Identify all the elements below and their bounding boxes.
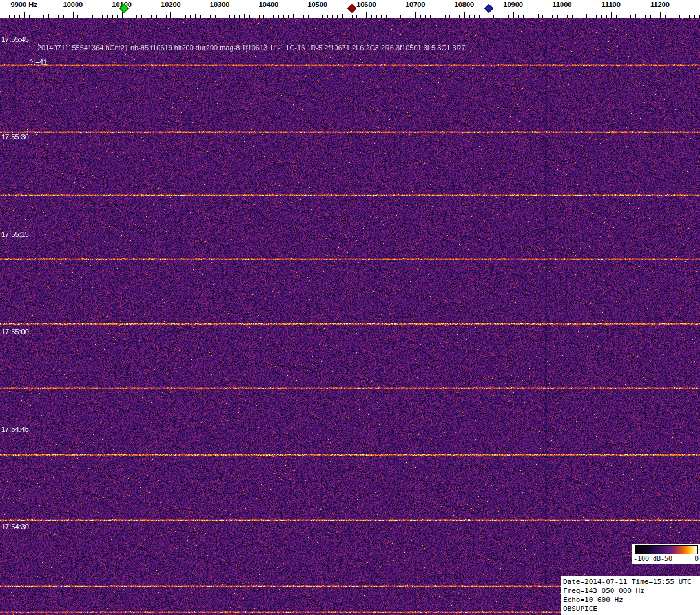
freq-tick xyxy=(582,15,582,18)
db-label-min: -100 dB xyxy=(633,555,661,562)
freq-tick xyxy=(283,15,284,18)
freq-tick xyxy=(508,15,509,18)
freq-label: 10300 xyxy=(210,1,230,8)
freq-label: 10500 xyxy=(307,1,327,8)
time-label: 17:54:30 xyxy=(1,523,29,530)
marker-diamond-blue[interactable] xyxy=(484,4,493,13)
freq-tick xyxy=(102,15,103,18)
freq-tick xyxy=(415,12,416,18)
freq-tick xyxy=(293,14,294,18)
db-gradient-bar xyxy=(635,545,698,554)
freq-tick xyxy=(513,12,514,18)
freq-tick xyxy=(234,15,235,18)
freq-tick xyxy=(356,15,357,18)
freq-tick xyxy=(562,12,562,18)
freq-tick xyxy=(635,14,636,18)
freq-tick xyxy=(327,15,328,18)
freq-tick xyxy=(391,14,391,18)
freq-tick xyxy=(322,15,323,18)
freq-tick xyxy=(92,15,93,18)
freq-tick xyxy=(685,14,685,18)
freq-tick xyxy=(411,15,411,18)
freq-tick xyxy=(195,14,196,18)
freq-tick xyxy=(645,15,646,18)
freq-tick xyxy=(504,15,504,18)
freq-tick xyxy=(611,12,612,18)
freq-tick xyxy=(650,15,651,18)
freq-tick xyxy=(58,15,59,18)
freq-tick xyxy=(117,15,118,18)
freq-tick xyxy=(190,15,191,18)
freq-tick xyxy=(670,15,670,18)
spectrogram-canvas[interactable] xyxy=(0,18,700,615)
freq-tick xyxy=(132,15,132,18)
freq-tick xyxy=(518,15,519,18)
freq-tick xyxy=(273,15,274,18)
freq-tick xyxy=(523,15,524,18)
freq-tick xyxy=(318,12,318,18)
freq-tick xyxy=(263,15,264,18)
freq-tick xyxy=(24,12,25,18)
freq-tick xyxy=(337,15,338,18)
freq-tick xyxy=(601,15,602,18)
freq-label: 10000 xyxy=(63,1,83,8)
freq-tick xyxy=(499,15,499,18)
freq-tick xyxy=(621,15,621,18)
freq-tick xyxy=(493,15,494,18)
time-label: 17:55:00 xyxy=(1,328,29,336)
freq-tick xyxy=(147,14,147,18)
db-scale-labels: -100 dB -50 0 xyxy=(633,555,700,563)
freq-tick xyxy=(68,15,68,18)
frequency-ruler: 9900 Hz100001010010200103001040010500106… xyxy=(0,0,700,18)
freq-tick xyxy=(689,15,690,18)
freq-tick xyxy=(425,15,426,18)
freq-tick xyxy=(449,15,450,18)
freq-tick xyxy=(548,15,548,18)
freq-label: 9900 Hz xyxy=(11,1,37,8)
freq-tick xyxy=(151,15,152,18)
freq-tick xyxy=(205,15,205,18)
freq-tick xyxy=(127,15,127,18)
freq-tick xyxy=(430,15,431,18)
freq-tick xyxy=(352,15,353,18)
freq-tick xyxy=(665,15,666,18)
freq-tick xyxy=(440,14,440,18)
marker-diamond-red[interactable] xyxy=(347,4,356,13)
freq-tick xyxy=(596,15,597,18)
freq-tick xyxy=(161,15,161,18)
freq-tick xyxy=(269,12,269,18)
freq-label: 10400 xyxy=(259,1,279,8)
freq-tick xyxy=(641,15,641,18)
freq-tick xyxy=(577,15,577,18)
freq-tick xyxy=(400,15,401,18)
freq-tick xyxy=(14,15,15,18)
freq-tick xyxy=(156,15,157,18)
freq-label: 10800 xyxy=(455,1,475,8)
freq-tick xyxy=(170,12,171,18)
freq-tick xyxy=(655,15,655,18)
freq-tick xyxy=(63,15,64,18)
freq-tick xyxy=(54,15,54,18)
freq-tick xyxy=(445,15,446,18)
freq-tick xyxy=(626,15,626,18)
freq-tick xyxy=(420,15,421,18)
freq-label: 10700 xyxy=(406,1,426,8)
freq-tick xyxy=(136,15,137,18)
freq-tick xyxy=(567,15,568,18)
freq-tick xyxy=(474,15,475,18)
freq-tick xyxy=(83,15,83,18)
freq-tick xyxy=(254,15,254,18)
detection-annotation: 20140711155541364 hCnt21 nb-85 f10619 hi… xyxy=(37,44,466,52)
freq-tick xyxy=(469,15,470,18)
freq-tick xyxy=(362,15,362,18)
freq-tick xyxy=(215,15,216,18)
freq-tick xyxy=(528,15,528,18)
freq-tick xyxy=(572,15,573,18)
freq-tick xyxy=(376,15,377,18)
freq-tick xyxy=(39,15,39,18)
freq-tick xyxy=(73,12,74,18)
freq-tick xyxy=(557,15,558,18)
freq-tick xyxy=(5,15,5,18)
freq-tick xyxy=(459,15,460,18)
info-date-time: Date=2014-07-11 Time=15:55 UTC xyxy=(563,578,700,587)
